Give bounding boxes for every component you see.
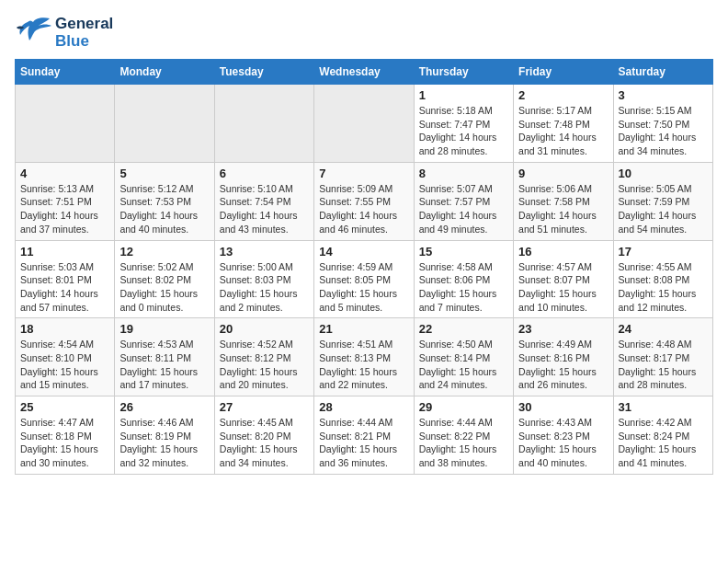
day-number: 14 bbox=[319, 245, 408, 259]
day-number: 17 bbox=[619, 245, 708, 259]
day-number: 9 bbox=[518, 167, 608, 180]
weekday-wednesday: Wednesday bbox=[314, 60, 414, 85]
calendar-cell: 22Sunrise: 4:50 AM Sunset: 8:14 PM Dayli… bbox=[414, 318, 513, 396]
calendar-body: 1Sunrise: 5:18 AM Sunset: 7:47 PM Daylig… bbox=[16, 85, 713, 475]
calendar-cell: 15Sunrise: 4:58 AM Sunset: 8:06 PM Dayli… bbox=[414, 240, 513, 318]
day-info: Sunrise: 5:05 AM Sunset: 7:59 PM Dayligh… bbox=[619, 182, 708, 236]
day-number: 20 bbox=[220, 322, 309, 336]
calendar-cell: 11Sunrise: 5:03 AM Sunset: 8:01 PM Dayli… bbox=[16, 240, 115, 318]
day-number: 18 bbox=[20, 322, 109, 336]
weekday-monday: Monday bbox=[115, 60, 214, 85]
calendar-table: SundayMondayTuesdayWednesdayThursdayFrid… bbox=[15, 59, 713, 475]
calendar-week-3: 18Sunrise: 4:54 AM Sunset: 8:10 PM Dayli… bbox=[16, 318, 713, 396]
day-number: 5 bbox=[119, 167, 209, 180]
day-number: 27 bbox=[220, 400, 309, 414]
calendar-cell: 16Sunrise: 4:57 AM Sunset: 8:07 PM Dayli… bbox=[514, 240, 613, 318]
calendar-cell: 27Sunrise: 4:45 AM Sunset: 8:20 PM Dayli… bbox=[214, 396, 313, 475]
calendar-cell: 4Sunrise: 5:13 AM Sunset: 7:51 PM Daylig… bbox=[16, 162, 115, 240]
day-info: Sunrise: 4:59 AM Sunset: 8:05 PM Dayligh… bbox=[319, 260, 408, 315]
day-number: 24 bbox=[619, 322, 708, 336]
calendar-week-1: 4Sunrise: 5:13 AM Sunset: 7:51 PM Daylig… bbox=[16, 162, 713, 240]
day-number: 19 bbox=[119, 322, 209, 336]
logo-text: General Blue bbox=[55, 16, 113, 50]
calendar-cell bbox=[16, 85, 115, 163]
calendar-cell: 19Sunrise: 4:53 AM Sunset: 8:11 PM Dayli… bbox=[115, 318, 214, 396]
day-number: 26 bbox=[119, 400, 209, 414]
logo: General Blue bbox=[15, 15, 113, 52]
weekday-sunday: Sunday bbox=[16, 60, 115, 85]
day-info: Sunrise: 4:52 AM Sunset: 8:12 PM Dayligh… bbox=[220, 338, 309, 392]
day-number: 10 bbox=[619, 167, 708, 180]
calendar-cell bbox=[115, 85, 214, 163]
calendar-cell: 7Sunrise: 5:09 AM Sunset: 7:55 PM Daylig… bbox=[314, 162, 414, 240]
day-number: 12 bbox=[119, 245, 209, 259]
day-number: 29 bbox=[419, 400, 508, 414]
day-info: Sunrise: 4:55 AM Sunset: 8:08 PM Dayligh… bbox=[619, 260, 708, 315]
day-number: 28 bbox=[319, 400, 408, 414]
weekday-saturday: Saturday bbox=[613, 60, 712, 85]
weekday-thursday: Thursday bbox=[414, 60, 513, 85]
calendar-cell: 1Sunrise: 5:18 AM Sunset: 7:47 PM Daylig… bbox=[414, 85, 513, 163]
day-number: 11 bbox=[20, 245, 109, 259]
calendar-cell: 14Sunrise: 4:59 AM Sunset: 8:05 PM Dayli… bbox=[314, 240, 414, 318]
weekday-tuesday: Tuesday bbox=[214, 60, 313, 85]
day-number: 21 bbox=[319, 322, 408, 336]
day-info: Sunrise: 4:58 AM Sunset: 8:06 PM Dayligh… bbox=[419, 260, 508, 315]
calendar-week-0: 1Sunrise: 5:18 AM Sunset: 7:47 PM Daylig… bbox=[16, 85, 713, 163]
day-info: Sunrise: 4:49 AM Sunset: 8:16 PM Dayligh… bbox=[518, 338, 608, 392]
calendar-cell: 8Sunrise: 5:07 AM Sunset: 7:57 PM Daylig… bbox=[414, 162, 513, 240]
calendar-cell: 6Sunrise: 5:10 AM Sunset: 7:54 PM Daylig… bbox=[214, 162, 313, 240]
day-info: Sunrise: 5:10 AM Sunset: 7:54 PM Dayligh… bbox=[220, 182, 309, 236]
day-info: Sunrise: 5:15 AM Sunset: 7:50 PM Dayligh… bbox=[619, 104, 708, 158]
day-info: Sunrise: 5:03 AM Sunset: 8:01 PM Dayligh… bbox=[20, 260, 109, 315]
calendar-cell bbox=[214, 85, 313, 163]
day-info: Sunrise: 4:45 AM Sunset: 8:20 PM Dayligh… bbox=[220, 416, 309, 470]
day-info: Sunrise: 4:43 AM Sunset: 8:23 PM Dayligh… bbox=[518, 416, 608, 470]
day-number: 16 bbox=[518, 245, 608, 259]
day-info: Sunrise: 4:53 AM Sunset: 8:11 PM Dayligh… bbox=[119, 338, 209, 392]
calendar-cell bbox=[314, 85, 414, 163]
day-number: 23 bbox=[518, 322, 608, 336]
day-number: 4 bbox=[20, 167, 109, 180]
day-info: Sunrise: 4:51 AM Sunset: 8:13 PM Dayligh… bbox=[319, 338, 408, 392]
calendar-cell: 24Sunrise: 4:48 AM Sunset: 8:17 PM Dayli… bbox=[613, 318, 712, 396]
day-info: Sunrise: 5:17 AM Sunset: 7:48 PM Dayligh… bbox=[518, 104, 608, 158]
day-info: Sunrise: 5:12 AM Sunset: 7:53 PM Dayligh… bbox=[119, 182, 209, 236]
calendar-cell: 26Sunrise: 4:46 AM Sunset: 8:19 PM Dayli… bbox=[115, 396, 214, 475]
day-number: 30 bbox=[518, 400, 608, 414]
day-info: Sunrise: 5:00 AM Sunset: 8:03 PM Dayligh… bbox=[220, 260, 309, 315]
calendar-cell: 23Sunrise: 4:49 AM Sunset: 8:16 PM Dayli… bbox=[514, 318, 613, 396]
calendar-cell: 21Sunrise: 4:51 AM Sunset: 8:13 PM Dayli… bbox=[314, 318, 414, 396]
day-info: Sunrise: 5:13 AM Sunset: 7:51 PM Dayligh… bbox=[20, 182, 109, 236]
day-number: 25 bbox=[20, 400, 109, 414]
calendar-cell: 12Sunrise: 5:02 AM Sunset: 8:02 PM Dayli… bbox=[115, 240, 214, 318]
day-info: Sunrise: 4:46 AM Sunset: 8:19 PM Dayligh… bbox=[119, 416, 209, 470]
day-number: 3 bbox=[619, 88, 708, 102]
calendar-week-2: 11Sunrise: 5:03 AM Sunset: 8:01 PM Dayli… bbox=[16, 240, 713, 318]
day-number: 22 bbox=[419, 322, 508, 336]
calendar-cell: 17Sunrise: 4:55 AM Sunset: 8:08 PM Dayli… bbox=[613, 240, 712, 318]
day-number: 6 bbox=[220, 167, 309, 180]
day-info: Sunrise: 4:47 AM Sunset: 8:18 PM Dayligh… bbox=[20, 416, 109, 470]
page-header: General Blue bbox=[15, 15, 713, 52]
calendar-cell: 25Sunrise: 4:47 AM Sunset: 8:18 PM Dayli… bbox=[16, 396, 115, 475]
day-info: Sunrise: 5:09 AM Sunset: 7:55 PM Dayligh… bbox=[319, 182, 408, 236]
calendar-cell: 18Sunrise: 4:54 AM Sunset: 8:10 PM Dayli… bbox=[16, 318, 115, 396]
day-info: Sunrise: 4:42 AM Sunset: 8:24 PM Dayligh… bbox=[619, 416, 708, 470]
calendar-cell: 28Sunrise: 4:44 AM Sunset: 8:21 PM Dayli… bbox=[314, 396, 414, 475]
day-number: 13 bbox=[220, 245, 309, 259]
day-info: Sunrise: 4:48 AM Sunset: 8:17 PM Dayligh… bbox=[619, 338, 708, 392]
logo-icon bbox=[15, 15, 51, 52]
calendar-cell: 13Sunrise: 5:00 AM Sunset: 8:03 PM Dayli… bbox=[214, 240, 313, 318]
day-number: 1 bbox=[419, 88, 508, 102]
day-info: Sunrise: 4:54 AM Sunset: 8:10 PM Dayligh… bbox=[20, 338, 109, 392]
calendar-cell: 2Sunrise: 5:17 AM Sunset: 7:48 PM Daylig… bbox=[514, 85, 613, 163]
day-number: 15 bbox=[419, 245, 508, 259]
day-number: 31 bbox=[619, 400, 708, 414]
day-info: Sunrise: 5:06 AM Sunset: 7:58 PM Dayligh… bbox=[518, 182, 608, 236]
calendar-cell: 31Sunrise: 4:42 AM Sunset: 8:24 PM Dayli… bbox=[613, 396, 712, 475]
calendar-cell: 20Sunrise: 4:52 AM Sunset: 8:12 PM Dayli… bbox=[214, 318, 313, 396]
day-info: Sunrise: 5:18 AM Sunset: 7:47 PM Dayligh… bbox=[419, 104, 508, 158]
day-info: Sunrise: 4:50 AM Sunset: 8:14 PM Dayligh… bbox=[419, 338, 508, 392]
day-info: Sunrise: 4:44 AM Sunset: 8:22 PM Dayligh… bbox=[419, 416, 508, 470]
